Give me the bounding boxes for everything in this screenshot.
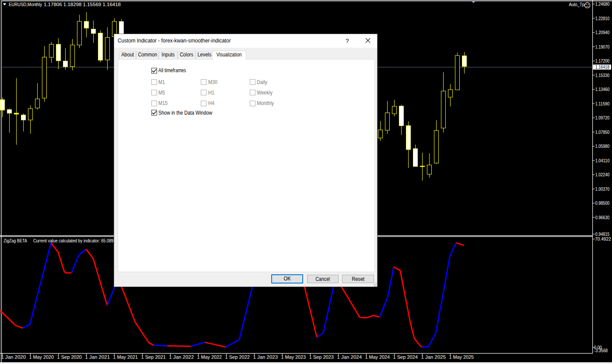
svg-text:1.07850: 1.07850 <box>595 130 610 135</box>
svg-text:1.17200: 1.17200 <box>595 58 610 63</box>
svg-text:1 May 2024: 1 May 2024 <box>365 354 390 360</box>
svg-text:1 Jan 2020: 1 Jan 2020 <box>1 354 26 360</box>
svg-text:1 May 2025: 1 May 2025 <box>449 354 474 360</box>
svg-text:1.13460: 1.13460 <box>595 87 610 92</box>
svg-text:1.04110: 1.04110 <box>595 158 610 163</box>
svg-text:70.4922: 70.4922 <box>595 236 611 242</box>
svg-text:0.98500: 0.98500 <box>595 200 610 206</box>
svg-text:1 Jan 2021: 1 Jan 2021 <box>85 354 110 360</box>
svg-text:1 Jan 2023: 1 Jan 2023 <box>253 354 278 360</box>
svg-text:1 Sep 2022: 1 Sep 2022 <box>225 354 250 360</box>
svg-text:1 Sep 2020: 1 Sep 2020 <box>57 354 82 360</box>
svg-text:1 Jan 2024: 1 Jan 2024 <box>337 354 362 360</box>
svg-text:1.24680: 1.24680 <box>595 1 610 7</box>
svg-text:1.09720: 1.09720 <box>595 115 610 120</box>
svg-text:1 May 2020: 1 May 2020 <box>29 354 54 360</box>
svg-text:1.05980: 1.05980 <box>595 144 610 149</box>
svg-text:EURUSD,Monthly: EURUSD,Monthly <box>9 2 42 7</box>
svg-text:1 May 2021: 1 May 2021 <box>113 354 138 360</box>
svg-text:1 Sep 2024: 1 Sep 2024 <box>393 354 418 360</box>
svg-text:Current value calculated by in: Current value calculated by indicator: 6… <box>33 238 114 243</box>
svg-text:-3.3568: -3.3568 <box>594 348 608 353</box>
svg-text:1.02240: 1.02240 <box>595 172 610 177</box>
svg-text:1.11590: 1.11590 <box>595 101 610 106</box>
svg-text:1.00370: 1.00370 <box>595 186 610 192</box>
svg-text:1.20940: 1.20940 <box>595 30 610 35</box>
svg-text:1.22810: 1.22810 <box>595 16 610 21</box>
svg-text:1.16418: 1.16418 <box>595 64 610 70</box>
svg-text:1 May 2023: 1 May 2023 <box>281 354 306 360</box>
svg-text:1 Jan 2022: 1 Jan 2022 <box>169 354 194 360</box>
svg-text:1 Jan 2025: 1 Jan 2025 <box>421 354 446 360</box>
svg-text:1.17806 1.18298 1.15569 1.1641: 1.17806 1.18298 1.15569 1.16418 <box>44 2 121 7</box>
svg-text:1.19070: 1.19070 <box>595 44 610 49</box>
svg-text:1 May 2022: 1 May 2022 <box>197 354 222 360</box>
svg-text:1.15330: 1.15330 <box>595 73 610 78</box>
svg-text:Auto_Tp: Auto_Tp <box>569 2 584 7</box>
svg-text:ZigZag BETA: ZigZag BETA <box>3 238 27 243</box>
svg-text:1 Sep 2021: 1 Sep 2021 <box>141 354 166 360</box>
svg-text:0.96630: 0.96630 <box>595 215 610 220</box>
svg-text:1 Sep 2023: 1 Sep 2023 <box>309 354 334 360</box>
